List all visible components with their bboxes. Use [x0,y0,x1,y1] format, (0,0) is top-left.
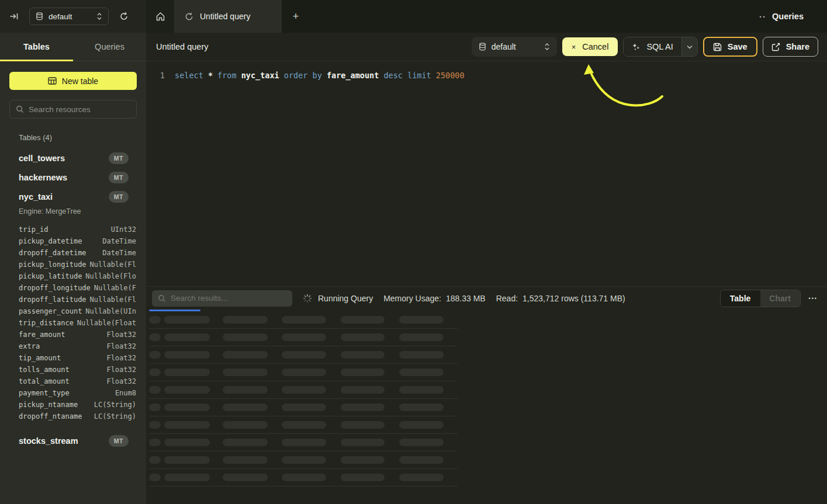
save-button[interactable]: Save [703,37,757,57]
sidebar-tabs: Tables Queries [0,33,146,61]
skeleton-cell [164,333,210,341]
column-row: trip_distanceNullable(Float [19,317,136,329]
tab-untitled-query[interactable]: Untitled query [174,0,282,33]
memory-usage-value: 188.33 MB [446,294,486,303]
skeleton-cell [341,351,385,359]
home-tab[interactable] [146,0,174,33]
skeleton-cell [223,316,268,324]
column-type: DateTime [102,249,136,257]
sql-editor[interactable]: 1 select*fromnyc_taxiorderbyfare_amountd… [146,61,827,286]
refresh-button[interactable] [119,12,129,21]
skeleton-cell [223,404,268,411]
table-grid-icon [48,77,57,85]
skeleton-cell [282,439,326,446]
skeleton-cell [223,456,268,464]
results-search [152,290,292,307]
column-row: fare_amountFloat32 [19,329,136,340]
dots-icon: ·· [759,12,766,22]
skeleton-cell [399,386,444,394]
column-row: dropoff_latitudeNullable(Fl [19,294,136,305]
skeleton-cell [164,421,210,429]
skeleton-cell [164,474,210,481]
cancel-button[interactable]: × Cancel [562,37,618,56]
skeleton-cell [282,333,326,341]
sidebar-tab-queries[interactable]: Queries [73,33,146,61]
column-name: pickup_latitude [19,272,82,280]
share-label: Share [786,42,809,51]
engine-info: Engine: MergeTree [19,207,146,220]
column-row: dropoff_datetimeDateTime [19,247,136,259]
skeleton-row [149,434,458,451]
column-name: trip_distance [19,319,74,327]
skeleton-row [149,469,458,486]
search-resources-input[interactable] [29,105,130,114]
skeleton-cell [164,369,210,376]
memory-usage-label: Memory Usage: [383,294,441,303]
table-item-nyc-taxi[interactable]: nyc_taxi MT [0,187,146,206]
topbar-database-selector[interactable]: default [29,8,109,25]
new-tab-button[interactable]: + [282,0,310,33]
query-database-selector[interactable]: default [472,37,557,57]
sql-ai-dropdown-button[interactable] [681,37,697,56]
column-name: dropoff_latitude [19,296,86,304]
column-type: Nullable(Flo [85,272,136,280]
skeleton-row [149,381,458,399]
skeleton-cell [223,439,268,446]
skeleton-cell [149,316,161,324]
column-name: passenger_count [19,307,82,315]
toggle-chart[interactable]: Chart [760,290,800,307]
skeleton-cell [282,404,326,411]
skeleton-cell [223,421,268,429]
cancel-label: Cancel [582,42,608,51]
column-type: Float32 [106,331,136,339]
sync-running-icon [185,12,193,21]
column-row: payment_typeEnum8 [19,387,136,399]
skeleton-cell [341,421,385,429]
table-item-hackernews[interactable]: hackernews MT [0,168,146,187]
skeleton-cell [223,369,268,376]
column-row: pickup_datetimeDateTime [19,235,136,247]
column-row: tip_amountFloat32 [19,352,136,364]
skeleton-row [149,416,458,434]
column-type: Nullable(Fl [90,260,136,269]
column-name: tip_amount [19,354,61,362]
engine-badge: MT [109,172,129,183]
skeleton-cell [149,439,161,446]
column-name: total_amount [19,377,70,385]
column-type: Enum8 [115,389,136,397]
share-button[interactable]: Share [763,37,818,57]
sidebar-tab-tables[interactable]: Tables [0,33,73,61]
topbar: default [0,0,827,33]
save-icon [713,43,722,51]
skeleton-cell [341,404,385,411]
skeleton-cell [399,474,444,481]
new-table-button[interactable]: New table [9,72,137,90]
more-options-button[interactable]: ••• [809,296,818,301]
table-item-cell-towers[interactable]: cell_towers MT [0,148,146,168]
skeleton-cell [164,456,210,464]
query-title: Untitled query [156,42,208,51]
tab-label: Untitled query [200,12,250,21]
table-item-stocks-stream[interactable]: stocks_stream MT [0,431,146,450]
query-progress-track [146,310,827,311]
sql-ai-button[interactable]: SQL AI [624,37,681,56]
view-toggle: Table Chart [720,290,801,307]
toggle-table[interactable]: Table [721,290,760,307]
skeleton-cell [399,316,444,324]
topbar-left: default [0,0,146,33]
search-results-input[interactable] [171,294,286,303]
line-number: 1 [152,69,165,81]
collapse-sidebar-icon [9,12,19,21]
skeleton-cell [164,386,210,394]
column-name: dropoff_datetime [19,249,86,257]
column-type: Nullable(Fl [90,296,136,304]
database-icon [479,43,486,51]
skeleton-cell [341,333,385,341]
queries-link[interactable]: Queries [772,12,804,21]
collapse-sidebar-button[interactable] [9,12,19,21]
sql-console-app: default [0,0,827,504]
table-name: hackernews [19,173,67,182]
column-row: passenger_countNullable(UIn [19,305,136,317]
query-progress-bar [149,310,200,311]
query-toolbar: Untitled query default [146,33,827,61]
